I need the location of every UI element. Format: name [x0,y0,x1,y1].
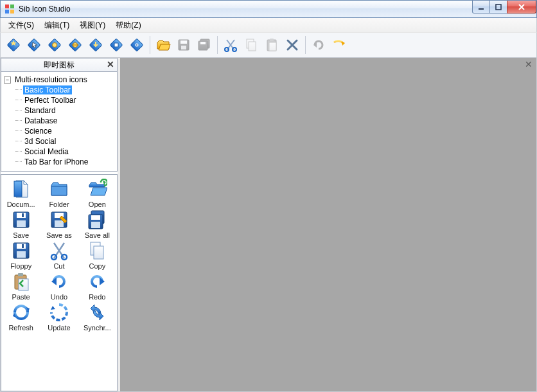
svg-rect-38 [55,220,64,227]
toolbar-paste [262,35,281,55]
toolbar-save-all [195,35,214,55]
icon-label: Cut [53,262,64,270]
icon-refresh[interactable]: Refresh [3,302,39,332]
icon-label: Copy [89,262,105,270]
minimize-button[interactable] [472,1,490,13]
tree-item[interactable]: Tab Bar for iPhone [3,157,116,167]
icon-label: Synchr... [84,324,111,332]
svg-point-17 [136,44,137,46]
tree-item-label: Database [23,116,58,125]
icon-panel: Docum...FolderOpenSaveSave asSave allFlo… [1,174,118,391]
panel-close-icon[interactable]: ✕ [107,60,114,69]
menu-help[interactable]: 帮助(Z) [110,19,146,32]
svg-rect-42 [91,222,100,228]
window-title: Sib Icon Studio [19,4,71,13]
svg-rect-23 [200,42,206,44]
toolbar-export[interactable] [86,35,105,55]
tree-item[interactable]: Database [3,116,116,126]
toolbar-preview[interactable] [127,35,146,55]
svg-rect-33 [17,213,26,218]
icon-label: Open [89,200,106,208]
icon-floppy-multi[interactable]: Save all [79,209,116,239]
svg-rect-34 [22,213,24,217]
svg-rect-31 [14,181,22,197]
icon-sync[interactable]: Synchr... [79,302,116,332]
tree-item-label: Standard [23,106,57,115]
svg-rect-27 [249,42,256,51]
tree-item[interactable]: Perfect Toolbar [3,95,116,105]
svg-rect-50 [94,246,103,259]
tree-view[interactable]: −Multi-resolution iconsBasic ToolbarPerf… [1,72,118,172]
tree-item[interactable]: Standard [3,105,116,116]
svg-rect-35 [17,220,26,227]
toolbar-delete[interactable] [283,35,302,55]
close-button[interactable] [507,1,536,13]
tree-item[interactable]: 3d Social [3,136,116,147]
titlebar: Sib Icon Studio [0,0,537,18]
tree-root[interactable]: −Multi-resolution icons [3,75,116,85]
canvas-close-icon[interactable]: ✕ [525,59,533,69]
svg-rect-29 [269,42,276,51]
tree-item-label: 3d Social [23,137,57,146]
svg-rect-41 [91,215,100,220]
maximize-button[interactable] [489,1,507,13]
svg-rect-0 [5,4,9,8]
tree-item[interactable]: Social Media [3,147,116,157]
icon-open[interactable]: Open [79,179,116,208]
canvas-area: ✕ [120,58,536,391]
tree-item-label: Perfect Toolbar [23,96,78,105]
icon-label: Paste [12,293,30,301]
toolbar-save [174,35,193,55]
tree-item[interactable]: Science [3,126,116,136]
svg-rect-45 [22,244,24,248]
icon-floppy[interactable]: Save [3,209,39,239]
toolbar-copy [242,35,261,55]
icon-floppy[interactable]: Floppy [3,240,39,270]
tree-item-label: Science [23,127,53,136]
icon-label: Update [48,324,70,332]
menu-view[interactable]: 视图(Y) [75,19,110,32]
toolbar-new-cursor[interactable] [24,35,44,55]
panel-header: 即时图标 ✕ [1,58,118,72]
icon-label: Folder [49,200,69,208]
toolbar-separator [150,36,150,54]
toolbar [0,32,537,58]
toolbar-separator [217,36,218,54]
svg-rect-1 [10,4,14,8]
svg-rect-46 [17,251,26,258]
toolbar-open-web[interactable] [66,35,85,55]
icon-undo[interactable]: Undo [40,271,77,301]
panel-title: 即时图标 [44,60,75,71]
tree-root-label: Multi-resolution icons [13,75,89,84]
icon-label: Undo [51,293,67,301]
svg-rect-5 [496,4,501,10]
toolbar-new-icon[interactable] [4,35,23,55]
icon-copy[interactable]: Copy [79,240,116,270]
tree-item[interactable]: Basic Toolbar [3,85,116,95]
icon-label: Floppy [10,262,31,270]
toolbar-open-library[interactable] [45,35,64,55]
icon-update[interactable]: Update [40,302,77,332]
icon-paste[interactable]: Paste [3,271,39,301]
tree-item-label: Social Media [23,147,70,156]
app-icon [4,4,15,14]
toolbar-library[interactable] [107,35,126,55]
svg-rect-44 [17,244,26,249]
icon-cut[interactable]: Cut [40,240,77,270]
icon-label: Save [13,231,29,239]
icon-floppy-pencil[interactable]: Save as [40,209,77,239]
icon-redo[interactable]: Redo [79,271,116,301]
svg-rect-3 [10,10,14,13]
menubar: 文件(S) 编辑(T) 视图(Y) 帮助(Z) [0,18,537,32]
toolbar-open-file[interactable] [154,35,173,55]
icon-label: Save as [46,231,72,239]
icon-label: Refresh [8,324,33,332]
toolbar-redo[interactable] [330,35,349,55]
menu-file[interactable]: 文件(S) [3,19,39,32]
icon-document[interactable]: Docum... [3,179,39,208]
toolbar-cut[interactable] [221,35,240,55]
menu-edit[interactable]: 编辑(T) [39,19,75,32]
collapse-icon[interactable]: − [4,76,11,84]
svg-rect-20 [181,46,186,49]
icon-folder[interactable]: Folder [40,179,77,208]
